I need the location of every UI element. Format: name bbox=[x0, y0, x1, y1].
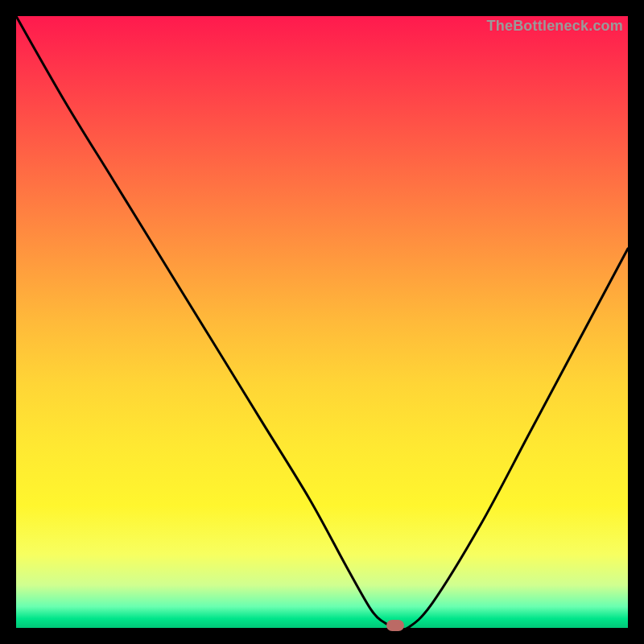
bottleneck-curve bbox=[16, 16, 628, 628]
optimum-marker bbox=[386, 620, 404, 631]
chart-frame: TheBottleneck.com bbox=[0, 0, 644, 644]
plot-area: TheBottleneck.com bbox=[16, 16, 628, 628]
curve-path bbox=[16, 16, 628, 630]
